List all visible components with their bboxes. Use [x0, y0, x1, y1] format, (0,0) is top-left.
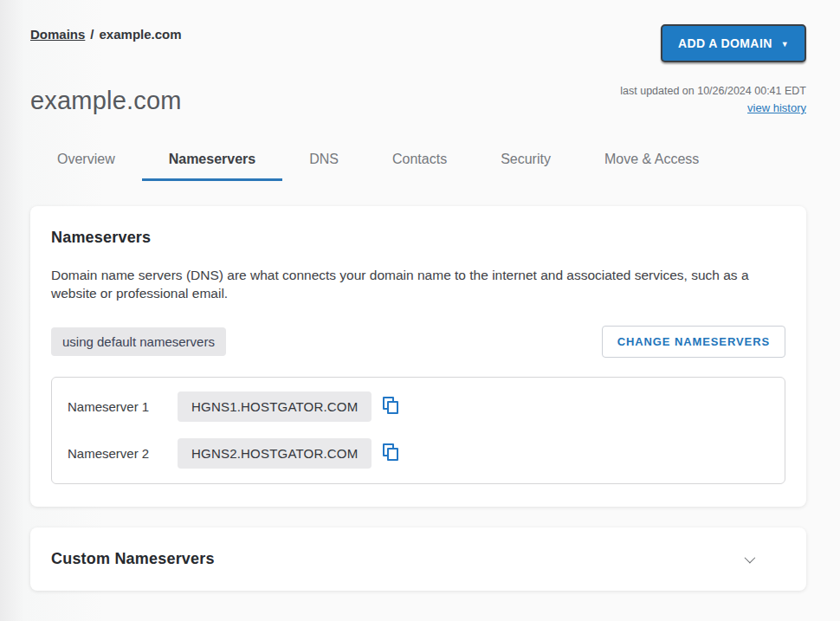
nameserver-2-value: HGNS2.HOSTGATOR.COM [178, 438, 372, 469]
tab-contacts[interactable]: Contacts [365, 143, 474, 181]
nameservers-card: Nameservers Domain name servers (DNS) ar… [30, 206, 806, 507]
change-nameservers-button[interactable]: CHANGE NAMESERVERS [602, 326, 785, 358]
nameservers-heading: Nameservers [51, 229, 785, 247]
nameserver-row-1: Nameserver 1 HGNS1.HOSTGATOR.COM [68, 391, 769, 422]
breadcrumb: Domains/example.com [30, 24, 182, 42]
title-row: example.com last updated on 10/26/2024 0… [30, 85, 806, 115]
header: Domains/example.com ADD A DOMAIN ▼ [30, 24, 806, 62]
tab-dns[interactable]: DNS [282, 143, 365, 181]
tab-security[interactable]: Security [474, 143, 578, 181]
nameserver-1-label: Nameserver 1 [68, 399, 178, 414]
breadcrumb-current: example.com [100, 27, 182, 42]
chevron-down-icon[interactable] [745, 553, 756, 564]
add-a-domain-button[interactable]: ADD A DOMAIN ▼ [661, 24, 806, 62]
copy-icon[interactable] [383, 443, 401, 463]
nameservers-description: Domain name servers (DNS) are what conne… [51, 266, 777, 302]
custom-nameservers-card[interactable]: Custom Nameservers [30, 527, 806, 591]
copy-icon[interactable] [383, 397, 401, 417]
nameserver-2-label: Nameserver 2 [68, 446, 178, 461]
add-a-domain-label: ADD A DOMAIN [678, 36, 772, 50]
nameserver-list-box: Nameserver 1 HGNS1.HOSTGATOR.COM Nameser… [51, 377, 785, 484]
page-title: example.com [30, 87, 182, 115]
tab-bar: Overview Nameservers DNS Contacts Securi… [30, 143, 806, 181]
update-meta: last updated on 10/26/2024 00:41 EDT vie… [620, 85, 806, 115]
nameserver-row-2: Nameserver 2 HGNS2.HOSTGATOR.COM [68, 438, 769, 469]
breadcrumb-separator: / [90, 27, 94, 42]
breadcrumb-domains-link[interactable]: Domains [30, 27, 85, 42]
custom-nameservers-heading: Custom Nameservers [51, 550, 215, 568]
tab-nameservers[interactable]: Nameservers [142, 143, 283, 181]
caret-down-icon: ▼ [781, 40, 789, 49]
view-history-link[interactable]: view history [747, 101, 806, 114]
nameservers-actions-row: using default nameservers CHANGE NAMESER… [51, 326, 785, 358]
status-badge: using default nameservers [51, 327, 226, 356]
nameserver-1-value: HGNS1.HOSTGATOR.COM [178, 391, 372, 422]
domain-detail-page: Domains/example.com ADD A DOMAIN ▼ examp… [0, 0, 840, 591]
last-updated-text: last updated on 10/26/2024 00:41 EDT [620, 85, 806, 97]
tab-overview[interactable]: Overview [30, 143, 142, 181]
tab-move-access[interactable]: Move & Access [578, 143, 726, 181]
